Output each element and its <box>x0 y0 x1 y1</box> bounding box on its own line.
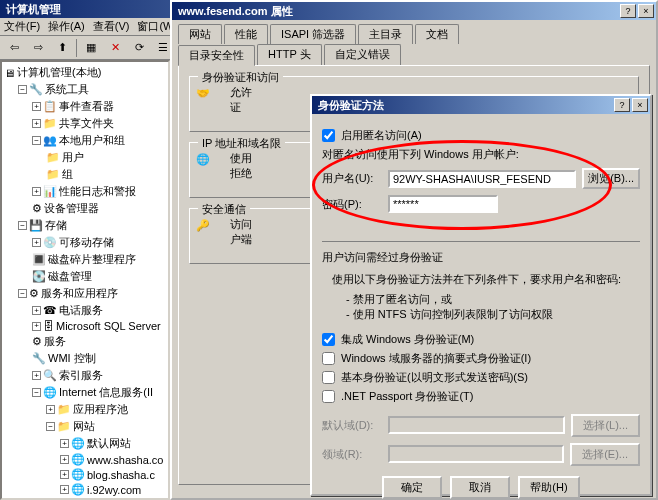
section-desc: 使用以下身份验证方法并在下列条件下，要求用户名和密码: <box>332 271 640 288</box>
expand-icon[interactable]: + <box>32 187 41 196</box>
tab-home[interactable]: 主目录 <box>358 24 413 44</box>
section-title: 用户访问需经过身份验证 <box>322 250 640 265</box>
browse-button[interactable]: 浏览(B)... <box>582 168 640 189</box>
collapse-icon[interactable]: − <box>32 388 41 397</box>
wmi-icon: 🔧 <box>32 352 46 365</box>
enable-anon-checkbox[interactable] <box>322 129 335 142</box>
help-button[interactable]: 帮助(H) <box>518 476 579 499</box>
enable-anon-row: 启用匿名访问(A) <box>322 128 640 143</box>
tab-http[interactable]: HTTP 头 <box>257 44 322 65</box>
dialog-buttons: 确定 取消 帮助(H) <box>322 476 640 499</box>
folder-icon: 📁 <box>46 168 60 181</box>
password-row: 密码(P): <box>322 195 640 213</box>
globe-lock-icon: 🌐 <box>196 153 224 181</box>
tree-services[interactable]: −⚙服务和应用程序 <box>18 285 166 302</box>
expand-icon[interactable]: + <box>32 371 41 380</box>
expand-icon[interactable]: + <box>60 439 69 448</box>
tree-sql[interactable]: +🗄Microsoft SQL Server <box>32 319 166 333</box>
back-button[interactable]: ⇦ <box>4 38 24 58</box>
tree-site3[interactable]: +🌐i.92wy.com <box>60 482 166 497</box>
storage-icon: 💾 <box>29 219 43 232</box>
properties-icon[interactable]: ▦ <box>81 38 101 58</box>
tree-panel: 🖥计算机管理(本地) −🔧系统工具 +📋事件查看器 +📁共享文件夹 −👥本地用户… <box>0 60 170 500</box>
tree-wmi[interactable]: 🔧WMI 控制 <box>32 350 166 367</box>
forward-button[interactable]: ⇨ <box>28 38 48 58</box>
collapse-icon[interactable]: − <box>46 422 55 431</box>
index-icon: 🔍 <box>43 369 57 382</box>
collapse-icon[interactable]: − <box>18 221 27 230</box>
cb-digest-row: Windows 域服务器的摘要式身份验证(I) <box>322 351 640 366</box>
tree-systools[interactable]: −🔧系统工具 <box>18 81 166 98</box>
tree-removable[interactable]: +💿可移动存储 <box>32 234 166 251</box>
tree-diskmgr[interactable]: 💽磁盘管理 <box>32 268 166 285</box>
defrag-icon: 🔳 <box>32 253 46 266</box>
collapse-icon[interactable]: − <box>18 289 27 298</box>
expand-icon[interactable]: + <box>32 102 41 111</box>
props-tabs-row2: 目录安全性 HTTP 头 自定义错误 <box>172 44 656 65</box>
tree-defaultsite[interactable]: +🌐默认网站 <box>60 435 166 452</box>
removable-icon: 💿 <box>43 236 57 249</box>
cb-basic[interactable] <box>322 371 335 384</box>
collapse-icon[interactable]: − <box>18 85 27 94</box>
default-domain-label: 默认域(D): <box>322 418 382 433</box>
expand-icon[interactable]: + <box>32 322 41 331</box>
up-button[interactable]: ⬆ <box>52 38 72 58</box>
tree-phone[interactable]: +☎电话服务 <box>32 302 166 319</box>
tree-iis[interactable]: −🌐Internet 信息服务(II <box>32 384 166 401</box>
props-help-button[interactable]: ? <box>620 4 636 18</box>
tree-users[interactable]: 📁用户 <box>46 149 166 166</box>
tree-localusers[interactable]: −👥本地用户和组 <box>32 132 166 149</box>
tree-groups[interactable]: 📁组 <box>46 166 166 183</box>
site-icon: 🌐 <box>71 483 85 496</box>
cb-integrated-row: 集成 Windows 身份验证(M) <box>322 332 640 347</box>
tab-website[interactable]: 网站 <box>178 24 222 44</box>
expand-icon[interactable]: + <box>60 485 69 494</box>
delete-icon[interactable]: ✕ <box>105 38 125 58</box>
tree-devmgr[interactable]: ⚙设备管理器 <box>32 200 166 217</box>
cancel-button[interactable]: 取消 <box>450 476 510 499</box>
realm-label: 领域(R): <box>322 447 382 462</box>
perf-icon: 📊 <box>43 185 57 198</box>
expand-icon[interactable]: + <box>60 455 69 464</box>
expand-icon[interactable]: + <box>32 238 41 247</box>
tree-eventviewer[interactable]: +📋事件查看器 <box>32 98 166 115</box>
tree-root[interactable]: 🖥计算机管理(本地) <box>4 64 166 81</box>
props-close-button[interactable]: × <box>638 4 654 18</box>
tree-storage[interactable]: −💾存储 <box>18 217 166 234</box>
tree-index[interactable]: +🔍索引服务 <box>32 367 166 384</box>
collapse-icon[interactable]: − <box>32 136 41 145</box>
tab-docs[interactable]: 文档 <box>415 24 459 44</box>
refresh-icon[interactable]: ⟳ <box>129 38 149 58</box>
users-icon: 👥 <box>43 134 57 147</box>
iis-icon: 🌐 <box>43 386 57 399</box>
menu-view[interactable]: 查看(V) <box>93 19 130 34</box>
username-input[interactable] <box>388 170 576 188</box>
menu-file[interactable]: 文件(F) <box>4 19 40 34</box>
tab-isapi[interactable]: ISAPI 筛选器 <box>270 24 356 44</box>
tree-site1[interactable]: +🌐www.shasha.co <box>60 452 166 467</box>
tree-site2[interactable]: +🌐blog.shasha.c <box>60 467 166 482</box>
tab-errors[interactable]: 自定义错误 <box>324 44 401 65</box>
realm-input <box>388 445 564 463</box>
expand-icon[interactable]: + <box>46 405 55 414</box>
cb-integrated[interactable] <box>322 333 335 346</box>
tree-shared[interactable]: +📁共享文件夹 <box>32 115 166 132</box>
expand-icon[interactable]: + <box>32 119 41 128</box>
username-row: 用户名(U): 浏览(B)... <box>322 168 640 189</box>
tree-defrag[interactable]: 🔳磁盘碎片整理程序 <box>32 251 166 268</box>
tree-perflog[interactable]: +📊性能日志和警报 <box>32 183 166 200</box>
cb-passport[interactable] <box>322 390 335 403</box>
password-input[interactable] <box>388 195 498 213</box>
tree-apppool[interactable]: +📁应用程序池 <box>46 401 166 418</box>
ok-button[interactable]: 确定 <box>382 476 442 499</box>
expand-icon[interactable]: + <box>60 470 69 479</box>
menu-action[interactable]: 操作(A) <box>48 19 85 34</box>
tree-svcs[interactable]: ⚙服务 <box>32 333 166 350</box>
expand-icon[interactable]: + <box>32 306 41 315</box>
auth-close-button[interactable]: × <box>632 98 648 112</box>
tree-websites[interactable]: −📁网站 <box>46 418 166 435</box>
cb-digest[interactable] <box>322 352 335 365</box>
auth-help-button[interactable]: ? <box>614 98 630 112</box>
tab-perf[interactable]: 性能 <box>224 24 268 44</box>
tab-dirsec[interactable]: 目录安全性 <box>178 45 255 66</box>
